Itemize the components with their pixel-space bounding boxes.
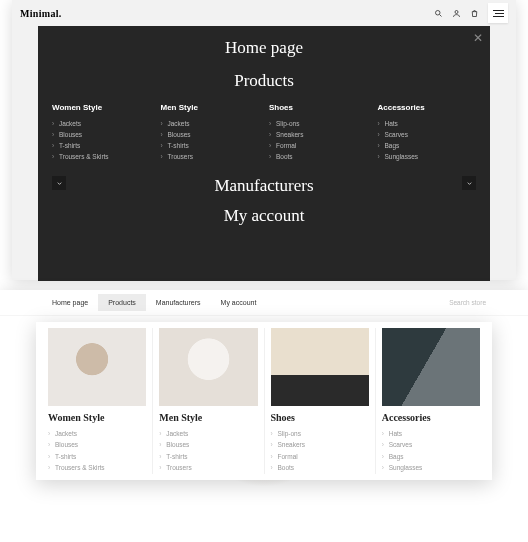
category-title[interactable]: Shoes <box>269 103 368 112</box>
front-page: Home pageProductsManufacturersMy account… <box>0 290 528 542</box>
category-title[interactable]: Accessories <box>382 412 480 423</box>
horizontal-nav: Home pageProductsManufacturersMy account… <box>0 290 528 316</box>
menu-link-manufacturers[interactable]: Manufacturers <box>214 176 313 196</box>
category-item[interactable]: Jackets <box>48 428 146 439</box>
category-item[interactable]: Blouses <box>52 129 151 140</box>
category-item[interactable]: T-shirts <box>161 140 260 151</box>
category-item[interactable]: Jackets <box>159 428 257 439</box>
category-item[interactable]: T-shirts <box>159 451 257 462</box>
category-item[interactable]: Scarves <box>378 129 477 140</box>
category-item[interactable]: Sunglasses <box>382 462 480 473</box>
category-item[interactable]: Blouses <box>48 439 146 450</box>
mega-card: Women StyleJacketsBlousesT-shirtsTrouser… <box>42 328 153 474</box>
category-image[interactable] <box>48 328 146 406</box>
category-item[interactable]: Trousers & Skirts <box>52 151 151 162</box>
category-title[interactable]: Women Style <box>48 412 146 423</box>
top-bar: Minimal <box>12 0 516 26</box>
category-item[interactable]: Jackets <box>161 118 260 129</box>
chevron-down-icon[interactable] <box>462 176 476 190</box>
category-item[interactable]: Trousers <box>159 462 257 473</box>
category-item[interactable]: T-shirts <box>48 451 146 462</box>
mega-card: AccessoriesHatsScarvesBagsSunglasses <box>376 328 486 474</box>
svg-line-1 <box>440 14 442 16</box>
user-icon[interactable] <box>452 9 461 18</box>
nav-link[interactable]: My account <box>211 294 267 311</box>
category-title[interactable]: Women Style <box>52 103 151 112</box>
brand-logo[interactable]: Minimal <box>20 8 62 19</box>
category-item[interactable]: Slip-ons <box>269 118 368 129</box>
bag-icon[interactable] <box>470 9 479 18</box>
menu-toggle-button[interactable] <box>488 3 508 23</box>
svg-point-2 <box>455 10 458 13</box>
category-image[interactable] <box>382 328 480 406</box>
category-item[interactable]: Hats <box>382 428 480 439</box>
category-item[interactable]: Sneakers <box>271 439 369 450</box>
top-icons <box>434 3 508 23</box>
search-input[interactable]: Search store <box>449 299 486 306</box>
category-item[interactable]: Scarves <box>382 439 480 450</box>
mega-card: ShoesSlip-onsSneakersFormalBoots <box>265 328 376 474</box>
category-title[interactable]: Men Style <box>161 103 260 112</box>
category-column: AccessoriesHatsScarvesBagsSunglasses <box>378 103 477 162</box>
category-item[interactable]: Blouses <box>161 129 260 140</box>
category-item[interactable]: Hats <box>378 118 477 129</box>
category-image[interactable] <box>159 328 257 406</box>
category-item[interactable]: Trousers <box>161 151 260 162</box>
category-item[interactable]: T-shirts <box>52 140 151 151</box>
menu-link-products[interactable]: Products <box>38 71 490 91</box>
nav-link[interactable]: Manufacturers <box>146 294 211 311</box>
category-title[interactable]: Accessories <box>378 103 477 112</box>
mega-card: Men StyleJacketsBlousesT-shirtsTrousers <box>153 328 264 474</box>
category-item[interactable]: Jackets <box>52 118 151 129</box>
category-item[interactable]: Bags <box>382 451 480 462</box>
category-column: Women StyleJacketsBlousesT-shirtsTrouser… <box>52 103 151 162</box>
category-item[interactable]: Formal <box>269 140 368 151</box>
category-item[interactable]: Formal <box>271 451 369 462</box>
search-icon[interactable] <box>434 9 443 18</box>
category-item[interactable]: Bags <box>378 140 477 151</box>
category-column: ShoesSlip-onsSneakersFormalBoots <box>269 103 368 162</box>
category-item[interactable]: Boots <box>271 462 369 473</box>
menu-link-home[interactable]: Home page <box>38 38 490 58</box>
category-item[interactable]: Sneakers <box>269 129 368 140</box>
nav-link[interactable]: Products <box>98 294 146 311</box>
close-icon[interactable]: ✕ <box>472 32 484 44</box>
category-item[interactable]: Slip-ons <box>271 428 369 439</box>
category-item[interactable]: Boots <box>269 151 368 162</box>
mega-menu: Women StyleJacketsBlousesT-shirtsTrouser… <box>36 322 492 480</box>
dark-overlay-menu: ✕ Home page Products Women StyleJacketsB… <box>38 26 490 281</box>
category-title[interactable]: Shoes <box>271 412 369 423</box>
menu-link-account[interactable]: My account <box>38 206 490 226</box>
category-item[interactable]: Sunglasses <box>378 151 477 162</box>
category-item[interactable]: Blouses <box>159 439 257 450</box>
category-title[interactable]: Men Style <box>159 412 257 423</box>
chevron-down-icon[interactable] <box>52 176 66 190</box>
category-item[interactable]: Trousers & Skirts <box>48 462 146 473</box>
category-column: Men StyleJacketsBlousesT-shirtsTrousers <box>161 103 260 162</box>
category-image[interactable] <box>271 328 369 406</box>
svg-point-0 <box>436 10 441 15</box>
nav-link[interactable]: Home page <box>42 294 98 311</box>
